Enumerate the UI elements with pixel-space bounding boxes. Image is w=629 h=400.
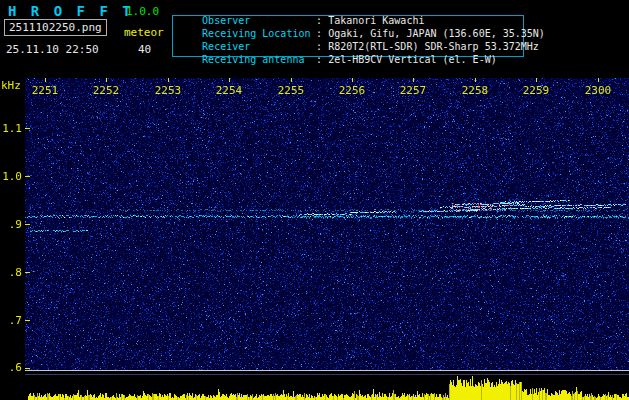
x-tick-label: 2252: [92, 84, 120, 97]
y-axis-unit-label: kHz: [1, 79, 21, 92]
x-tick-label: 2254: [215, 84, 243, 97]
x-tick-label: 2259: [522, 84, 550, 97]
y-tick-label: .9: [0, 218, 22, 231]
hrofft-output-window: H R O F F T 1.0.0 2511102250.png meteor …: [0, 0, 629, 400]
start-second: 40: [138, 43, 151, 56]
output-filename: 2511102250.png: [9, 21, 102, 34]
y-tick-label: 1.0: [0, 170, 22, 183]
x-tick-label: 2300: [584, 84, 612, 97]
x-tick-label: 2253: [154, 84, 182, 97]
y-tick-label: .7: [0, 314, 22, 327]
x-tick-label: 2255: [277, 84, 305, 97]
filename-box: 2511102250.png: [4, 19, 107, 36]
x-tick-label: 2258: [461, 84, 489, 97]
x-tick-label: 2256: [338, 84, 366, 97]
info-value: 2el-HB9CV Vertical (el. E-W): [328, 54, 497, 65]
app-version: 1.0.0: [126, 5, 159, 18]
y-tick-label: .8: [0, 266, 22, 279]
app-title: H R O F F T: [8, 3, 134, 19]
y-tick-label: .6: [0, 361, 22, 374]
mode-label: meteor: [124, 26, 164, 39]
y-tick-label: 1.1: [0, 122, 22, 135]
info-separator: :: [316, 54, 322, 65]
x-tick-label: 2251: [31, 84, 59, 97]
spectrogram-canvas: [0, 78, 629, 400]
x-tick-label: 2257: [399, 84, 427, 97]
observation-datetime: 25.11.10 22:50: [6, 43, 99, 56]
info-row-antenna: Receiving antenna:2el-HB9CV Vertical (el…: [178, 43, 497, 76]
info-label: Receiving antenna: [202, 54, 316, 65]
